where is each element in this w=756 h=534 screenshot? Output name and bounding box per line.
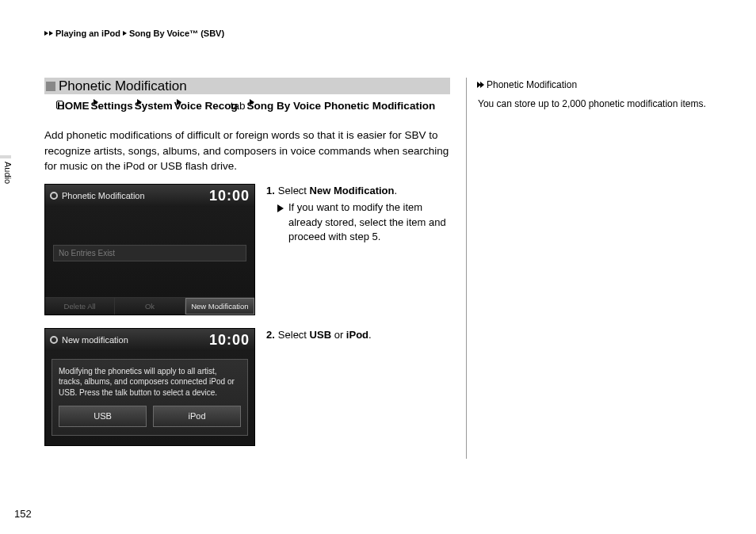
page-number: 152	[14, 508, 32, 520]
step-1: 1. Select New Modification.	[266, 184, 450, 199]
gear-icon	[50, 336, 58, 344]
triangle-right-icon	[277, 204, 284, 212]
intro-paragraph: Add phonetic modifications of difficult …	[44, 128, 450, 174]
section-heading: Phonetic Modification	[44, 78, 450, 94]
home-icon	[55, 99, 63, 109]
ipod-button[interactable]: iPod	[153, 406, 241, 427]
popup-message: Modifying the phonetics will apply to al…	[59, 366, 241, 399]
new-modification-button[interactable]: New Modification	[185, 297, 254, 315]
clock: 10:00	[209, 332, 250, 349]
double-chevron-right-icon	[478, 82, 484, 88]
ok-button[interactable]: Ok	[115, 297, 185, 315]
gear-icon	[50, 192, 58, 200]
screenshot-phonetic-list: Phonetic Modification 10:00 No Entries E…	[44, 184, 255, 315]
screen-title: Phonetic Modification	[62, 191, 145, 200]
screen-title: New modification	[62, 335, 128, 345]
chevron-right-icon	[123, 31, 127, 36]
usb-button[interactable]: USB	[59, 406, 147, 427]
sidebar-title: Phonetic Modification	[478, 78, 715, 92]
navigation-path: HOME Settings System Voice Recog tab Son…	[44, 99, 450, 113]
delete-all-button[interactable]: Delete All	[45, 297, 115, 315]
sidebar-body: You can store up to 2,000 phonetic modif…	[478, 97, 715, 111]
side-category: Audio	[2, 158, 14, 187]
clock: 10:00	[209, 188, 250, 204]
breadcrumb-child: Song By Voice™ (SBV)	[129, 29, 224, 38]
screenshot-new-modification: New modification 10:00 Modifying the pho…	[44, 328, 255, 446]
breadcrumb-parent: Playing an iPod	[55, 29, 120, 38]
step-1-note: If you want to modify the item already s…	[266, 200, 450, 246]
breadcrumb: Playing an iPod Song By Voice™ (SBV)	[44, 29, 715, 38]
step-2: 2. Select USB or iPod.	[266, 328, 450, 343]
square-bullet-icon	[46, 82, 55, 91]
empty-state: No Entries Exist	[53, 245, 246, 261]
